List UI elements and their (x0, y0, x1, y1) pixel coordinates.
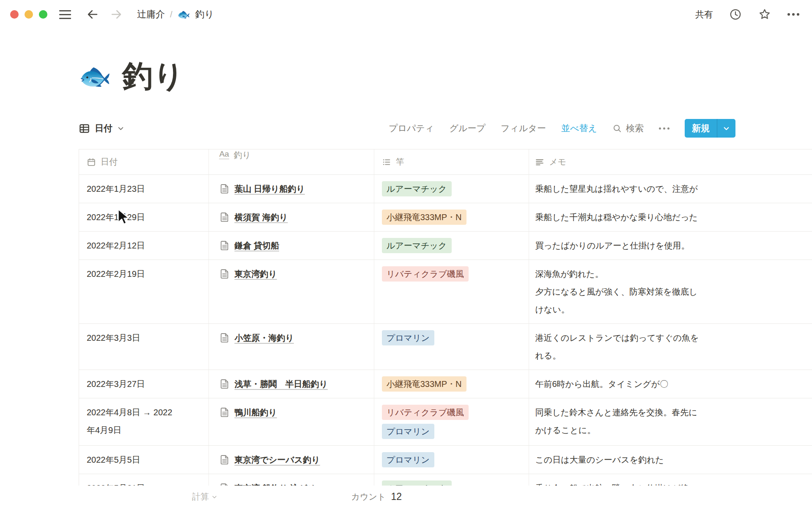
more-options-icon[interactable] (787, 13, 799, 16)
cell-rod[interactable]: ルアーマチック (374, 474, 529, 486)
share-button[interactable]: 共有 (695, 8, 713, 20)
breadcrumb-workspace[interactable]: 辻庸介 (137, 8, 165, 21)
cell-title[interactable]: 浅草・勝鬨 半日船釣り (209, 370, 374, 398)
cell-title[interactable]: 鴨川船釣り (209, 398, 374, 445)
page-icon (219, 183, 230, 194)
cell-memo[interactable]: 乗船した千潮丸は穏やかな乗り心地だった (529, 203, 812, 231)
page-link[interactable]: 小笠原・海釣り (234, 329, 294, 347)
cell-title[interactable]: 東京湾 船釣り 泳がせ (209, 474, 374, 486)
cell-rod[interactable]: プロマリン (374, 324, 529, 370)
cell-title[interactable]: 小笠原・海釣り (209, 324, 374, 370)
column-label: 釣り (234, 149, 251, 161)
count-summary[interactable]: カウント 12 (224, 486, 409, 508)
rod-tag[interactable]: ルアーマチック (382, 238, 452, 253)
cell-title[interactable]: 東京湾釣り (209, 260, 374, 323)
page-link[interactable]: 鴨川船釣り (234, 403, 277, 421)
group-button[interactable]: グループ (450, 122, 486, 134)
page-link[interactable]: 浅草・勝鬨 半日船釣り (234, 375, 327, 393)
cell-title[interactable]: 鎌倉 貸切船 (209, 232, 374, 260)
cell-date[interactable]: 2022年4月8日 → 2022年4月9日 (79, 398, 209, 445)
cell-memo[interactable]: この日は大量のシーバスを釣れた (529, 446, 812, 474)
column-header-title[interactable]: Aa 釣り (209, 149, 374, 174)
cell-date[interactable]: 2022年5月21日 (79, 474, 209, 486)
rod-tag[interactable]: ルアーマチック (382, 480, 452, 486)
rod-tag[interactable]: リバティクラブ磯風 (382, 266, 469, 282)
sort-button[interactable]: 並べ替え (561, 122, 597, 134)
cell-memo[interactable]: 乗船した望星丸は揺れやすいので、注意が (529, 175, 812, 203)
rod-tag[interactable]: 小継飛竜333MP・N (382, 210, 466, 225)
view-name: 日付 (95, 122, 112, 134)
cell-title[interactable]: 葉山 日帰り船釣り (209, 175, 374, 203)
page-link[interactable]: 横須賀 海釣り (234, 208, 288, 226)
rod-tag[interactable]: ルアーマチック (382, 181, 452, 196)
cell-memo[interactable]: 港近くのレストランでは釣ってすぐの魚をれる。 (529, 324, 812, 370)
cell-memo[interactable]: 深海魚が釣れた。夕方になると風が強く、防寒対策を徹底しけない。 (529, 260, 812, 323)
date-text: 年4月9日 (87, 421, 204, 439)
cell-date[interactable]: 2022年1月23日 (79, 175, 209, 203)
cell-title[interactable]: 横須賀 海釣り (209, 203, 374, 231)
column-label: メモ (549, 156, 566, 168)
cell-date[interactable]: 2022年3月27日 (79, 370, 209, 398)
forward-button[interactable] (110, 8, 123, 21)
cell-rod[interactable]: ルアーマチック (374, 175, 529, 203)
column-header-memo[interactable]: メモ (529, 149, 812, 174)
count-label: カウント (351, 491, 386, 502)
back-button[interactable] (86, 8, 99, 21)
forward-arrow-icon (110, 8, 123, 21)
date-text: 2022年3月27日 (87, 375, 204, 393)
minimize-window-button[interactable] (25, 10, 33, 19)
chevron-down-icon (211, 494, 217, 500)
updates-clock-icon[interactable] (729, 8, 742, 21)
text-lines-icon (535, 157, 544, 167)
view-selector[interactable]: 日付 (79, 119, 124, 138)
cell-memo[interactable]: 同乗した鈴木さんと連絡先を交換。春先にかけることに。 (529, 398, 812, 445)
rod-tag[interactable]: プロマリン (382, 330, 434, 345)
cell-memo[interactable]: 買ったばかりのルアーと仕掛けを使用。 (529, 232, 812, 260)
properties-button[interactable]: プロパティ (389, 122, 434, 134)
page-emoji-icon[interactable]: 🐟 (79, 63, 111, 89)
favorite-star-icon[interactable] (758, 8, 771, 21)
column-header-rod[interactable]: 竿 (374, 149, 529, 174)
cell-rod[interactable]: ルアーマチック (374, 232, 529, 260)
zoom-window-button[interactable] (39, 10, 47, 19)
page-link[interactable]: 葉山 日帰り船釣り (234, 180, 305, 198)
sidebar-toggle-icon[interactable] (59, 10, 71, 19)
page-icon (219, 407, 230, 418)
page-link[interactable]: 東京湾 船釣り 泳がせ (234, 479, 316, 486)
cell-rod[interactable]: 小継飛竜333MP・N (374, 203, 529, 231)
cell-rod[interactable]: リバティクラブ磯風プロマリン (374, 398, 529, 445)
calculate-button[interactable]: 計算 (79, 486, 224, 508)
cell-date[interactable]: 2022年2月19日 (79, 260, 209, 323)
table-header-row: 日付 Aa 釣り 竿 メモ (79, 149, 812, 175)
cell-memo[interactable]: 午前6時から出航。タイミングが〇 (529, 370, 812, 398)
page-link[interactable]: 東京湾でシーバス釣り (234, 451, 320, 469)
rod-tag[interactable]: プロマリン (382, 452, 434, 467)
cell-date[interactable]: 2022年3月3日 (79, 324, 209, 370)
cell-title[interactable]: 東京湾でシーバス釣り (209, 446, 374, 474)
rod-tag[interactable]: プロマリン (382, 424, 434, 439)
rod-tag[interactable]: 小継飛竜333MP・N (382, 376, 466, 392)
rod-tag[interactable]: リバティクラブ磯風 (382, 405, 469, 420)
page-link[interactable]: 東京湾釣り (234, 265, 277, 283)
cell-memo[interactable]: 乗り合い船で出航。隣の人と仕掛けが絡 (529, 474, 812, 486)
cell-rod[interactable]: 小継飛竜333MP・N (374, 370, 529, 398)
column-header-date[interactable]: 日付 (79, 149, 209, 174)
new-button-label[interactable]: 新規 (685, 119, 717, 138)
cell-date[interactable]: 2022年5月5日 (79, 446, 209, 474)
page-title[interactable]: 釣り (122, 56, 185, 97)
cell-date[interactable]: 2022年2月12日 (79, 232, 209, 260)
memo-text: 夕方になると風が強く、防寒対策を徹底し (535, 283, 810, 301)
cell-rod[interactable]: プロマリン (374, 446, 529, 474)
new-button[interactable]: 新規 (685, 119, 735, 138)
breadcrumb: 辻庸介 / 🐟 釣り (137, 8, 214, 21)
table-footer: 計算 カウント 12 (79, 486, 812, 508)
view-more-icon[interactable] (659, 127, 669, 130)
breadcrumb-page[interactable]: 釣り (195, 8, 214, 21)
filter-button[interactable]: フィルター (501, 122, 546, 134)
new-button-caret[interactable] (717, 119, 735, 138)
search-button[interactable]: 検索 (612, 122, 644, 134)
close-window-button[interactable] (10, 10, 19, 19)
cell-rod[interactable]: リバティクラブ磯風 (374, 260, 529, 323)
page-link[interactable]: 鎌倉 貸切船 (234, 237, 279, 254)
cell-date[interactable]: 2022年1月29日 (79, 203, 209, 231)
